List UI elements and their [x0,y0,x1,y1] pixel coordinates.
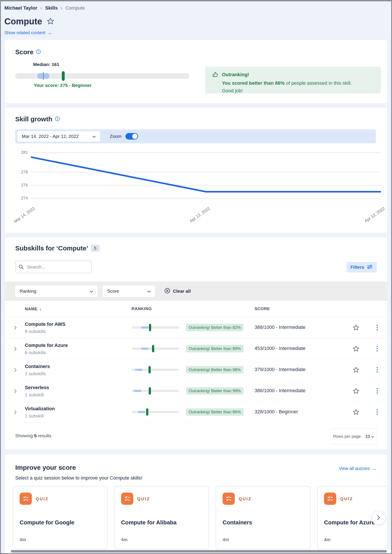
quiz-card[interactable]: QUIZ Compute for Alibaba 4m [114,486,209,549]
clear-all-label: Clear all [173,288,191,294]
info-icon[interactable] [36,49,41,55]
title-row: Compute [4,17,391,26]
score-filter-select[interactable]: Score [103,285,155,297]
quiz-card[interactable]: QUIZ Compute for Google 4m [13,486,108,549]
ranking-score-marker [149,324,151,331]
toggle-knob [132,134,137,139]
show-related-link[interactable]: Show related content → [4,30,52,35]
growth-chart-plot [31,150,381,203]
breadcrumb-skills[interactable]: Skills [45,5,57,11]
growth-chart-svg [31,150,381,203]
subskill-name-cell[interactable]: Containers 2 subskills [25,364,50,376]
kebab-icon[interactable] [375,409,379,416]
expand-row-icon[interactable] [14,410,17,415]
outranking-badge: Outranking! Better than 86% [186,408,244,416]
chart-controls: Mar 14, 2022 - Apr 12, 2022 Zoom [15,129,376,143]
page-title: Compute [4,17,42,26]
table-row: Compute for Azure 6 subskills Outranking… [5,338,387,359]
arrow-right-icon: → [372,466,377,471]
ranking-score-marker [148,366,151,373]
growth-chart-xaxis: Mar 14, 2022Apr 12, 2022Apr 12, 2022 [31,203,381,226]
quiz-card[interactable]: QUIZ Containers 4m [216,486,311,549]
score-heading: Score [15,48,33,56]
thumbs-up-icon [212,71,218,78]
row-favorite-star-icon[interactable] [353,409,359,416]
carousel-next-button[interactable] [371,511,386,525]
ranking-slider [132,326,179,329]
date-range-value: Mar 14, 2022 - Apr 12, 2022 [22,134,79,139]
expand-row-icon[interactable] [14,347,17,352]
ranking-slider [132,390,179,392]
quiz-duration: 4m [121,537,127,542]
outranking-badge: Outranking! Better than 82% [186,324,244,331]
y-tick-label: 276 [21,182,28,187]
quiz-title: Compute for Google [20,519,74,526]
column-header-name[interactable]: Name ↓ [25,306,42,312]
expand-row-icon[interactable] [14,368,17,373]
x-tick-label: Apr 12, 2022 [180,206,211,230]
score-heading-row: Score [15,48,41,56]
ranking-median-pill [141,348,148,350]
subskill-count: 1 subskill [25,413,55,419]
y-tick-label: 278 [21,169,28,174]
subskill-name-cell[interactable]: Serverless 1 subskill [25,385,49,397]
skill-growth-heading-row: Skill growth [15,115,60,123]
expand-row-icon[interactable] [14,389,17,394]
ranking-filter-select[interactable]: Ranking [15,285,98,297]
row-favorite-star-icon[interactable] [353,345,359,353]
outranking-badge: Outranking! Better than 99% [186,387,244,395]
column-header-ranking[interactable]: Ranking [132,306,152,311]
clear-all-button[interactable]: Clear all [164,288,191,295]
expand-row-icon[interactable] [14,326,17,330]
kebab-icon[interactable] [375,346,379,353]
filters-label: Filters [350,265,364,270]
zoom-control: Zoom [110,133,138,140]
filters-button[interactable]: Filters [346,262,377,273]
subskill-count: 1 subskill [25,392,49,397]
view-all-quizzes-link[interactable]: View all quizzes → [339,466,377,471]
row-favorite-star-icon[interactable] [353,388,359,395]
table-row: Serverless 1 subskill Outranking! Better… [5,380,387,402]
subskill-name-cell[interactable]: Virtualization 1 subskill [25,406,55,419]
showing-prefix: Showing [15,433,33,438]
showing-suffix: results [38,433,51,438]
ranking-score-marker [149,387,151,395]
chevron-down-icon [92,134,96,139]
kebab-icon[interactable] [375,324,379,332]
table-bottom-border [5,422,387,423]
subskill-name: Compute for AWS [25,322,65,327]
row-favorite-star-icon[interactable] [353,366,359,374]
show-related-label: Show related content [4,30,45,35]
kebab-icon[interactable] [375,388,379,395]
info-icon[interactable] [55,116,60,122]
outranking-badge: Outranking! Better than 89% [186,345,244,352]
x-tick-label: Mar 14, 2022 [5,206,36,230]
column-ranking-label: Ranking [132,306,152,311]
score-filter-value: Score [107,288,119,294]
ranking-slider [132,411,179,413]
subskill-name-cell[interactable]: Compute for Azure 6 subskills [25,343,68,355]
kebab-icon[interactable] [375,367,379,374]
subskill-name-cell[interactable]: Compute for AWS 9 subskills [25,322,65,334]
date-range-select[interactable]: Mar 14, 2022 - Apr 12, 2022 [17,131,100,141]
column-header-score[interactable]: Score [255,306,270,311]
quiz-carousel: QUIZ Compute for Google 4m QUIZ Compute … [13,486,387,550]
quiz-title: Compute for Azure [324,519,375,526]
breadcrumb-user[interactable]: Michael Taylor [4,5,37,11]
quiz-duration: 4m [223,537,229,542]
zoom-toggle[interactable] [126,133,138,140]
row-favorite-star-icon[interactable] [353,324,359,332]
subskills-count-badge: 5 [91,245,99,252]
search-input[interactable] [15,261,92,273]
outranking-badge: Outranking! Better than 98% [186,366,244,373]
rows-per-page-control[interactable]: Rows per page 10 [330,428,377,444]
ranking-median-pill [138,411,145,413]
score-marker [62,71,65,81]
horizontal-scrollbar[interactable] [11,550,387,553]
median-label: Median: 161 [33,62,59,67]
favorite-star-icon[interactable] [47,17,54,26]
subskills-card: Subskills for ‘Compute’ 5 Filters Rankin… [5,237,387,449]
improve-heading: Improve your score [15,464,76,471]
ranking-score-marker [152,345,154,352]
score-cell: 386/1000 - Intermediate [255,388,306,393]
